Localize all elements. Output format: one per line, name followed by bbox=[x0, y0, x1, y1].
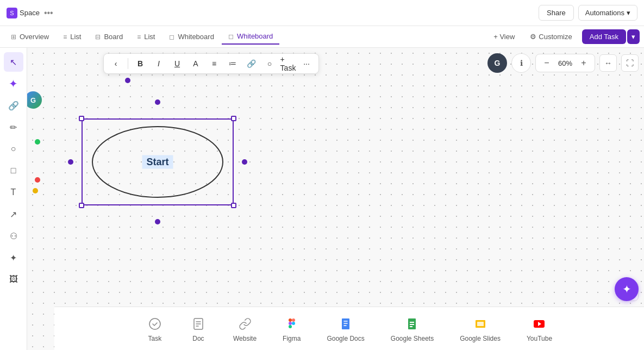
dock-google-slides[interactable]: Google Slides bbox=[453, 311, 507, 347]
tab-whiteboard-1[interactable]: ◻ Whiteboard bbox=[162, 29, 220, 44]
tool-graph[interactable]: ⚇ bbox=[4, 226, 23, 246]
main-area: ↖ ✦ 🔗 ✏ ○ □ T ↗ ⚇ ✦ 🖼 G ‹ B I U A ≡ ≔ 🔗 … bbox=[0, 48, 644, 350]
overview-icon: ⊞ bbox=[11, 33, 16, 41]
more-button[interactable]: ··· bbox=[299, 56, 314, 71]
dock-youtube[interactable]: YouTube bbox=[520, 311, 559, 347]
handle-top-right[interactable] bbox=[231, 116, 236, 121]
tab-list-1[interactable]: ≡ List bbox=[57, 29, 87, 44]
zoom-in-button[interactable]: + bbox=[577, 57, 590, 70]
tool-circle[interactable]: ○ bbox=[4, 139, 23, 159]
svg-rect-4 bbox=[292, 318, 295, 322]
nav-right: + View ⚙ Customize Add Task ▾ bbox=[488, 29, 640, 44]
handle-bottom-right[interactable] bbox=[231, 203, 236, 208]
svg-rect-5 bbox=[289, 322, 292, 325]
list-icon-2: ≡ bbox=[137, 33, 141, 41]
underline-button[interactable]: U bbox=[170, 56, 185, 71]
top-bar: S Space ••• Share Automations ▾ bbox=[0, 0, 644, 26]
dock-google-sheets[interactable]: Google Sheets bbox=[384, 311, 440, 347]
dock-figma[interactable]: Figma bbox=[276, 311, 307, 347]
shape-button[interactable]: ○ bbox=[262, 56, 277, 71]
font-button[interactable]: A bbox=[188, 56, 203, 71]
google-slides-icon bbox=[472, 315, 489, 333]
whiteboard-icon-2: ◻ bbox=[228, 33, 234, 40]
task-label: Task bbox=[148, 335, 162, 342]
canvas-area[interactable]: G ‹ B I U A ≡ ≔ 🔗 ○ + Task ··· G ℹ − 60%… bbox=[27, 48, 644, 350]
handle-dot-1 bbox=[125, 78, 130, 83]
tab-overview[interactable]: ⊞ Overview bbox=[4, 29, 55, 44]
doc-icon bbox=[190, 315, 207, 333]
tool-note[interactable]: □ bbox=[4, 161, 23, 180]
tab-board[interactable]: ⊟ Board bbox=[89, 29, 129, 44]
fullscreen-button[interactable]: ⛶ bbox=[621, 54, 639, 72]
svg-rect-3 bbox=[289, 318, 292, 322]
zoom-value: 60% bbox=[555, 59, 575, 67]
figma-label: Figma bbox=[283, 335, 301, 342]
space-menu-button[interactable]: ••• bbox=[44, 8, 53, 18]
chevron-down-icon: ▾ bbox=[627, 9, 630, 17]
tool-magic[interactable]: ✦ bbox=[4, 248, 23, 267]
tool-cursor[interactable]: ↖ bbox=[4, 52, 23, 72]
zoom-controls: − 60% + bbox=[535, 54, 595, 72]
avatar: G bbox=[27, 91, 42, 109]
youtube-label: YouTube bbox=[527, 335, 552, 342]
dock-task[interactable]: Task bbox=[140, 311, 170, 347]
dock-doc[interactable]: Doc bbox=[183, 311, 214, 347]
add-view-button[interactable]: + View bbox=[488, 29, 520, 44]
tool-ai[interactable]: ✦ bbox=[4, 74, 23, 93]
list-button[interactable]: ≔ bbox=[225, 56, 240, 71]
toolbar-chevron[interactable]: ‹ bbox=[108, 56, 123, 71]
link-button[interactable]: 🔗 bbox=[243, 56, 259, 71]
align-button[interactable]: ≡ bbox=[207, 56, 222, 71]
svg-rect-8 bbox=[342, 318, 349, 329]
canvas-controls: G ℹ − 60% + ↔ ⛶ bbox=[487, 53, 639, 73]
tool-text[interactable]: T bbox=[4, 183, 23, 202]
whiteboard-icon-1: ◻ bbox=[169, 33, 174, 41]
automations-button[interactable]: Automations ▾ bbox=[578, 5, 637, 21]
doc-label: Doc bbox=[192, 335, 204, 342]
figma-icon bbox=[283, 315, 301, 333]
task-icon bbox=[146, 315, 164, 333]
dock-google-docs[interactable]: Google Docs bbox=[320, 311, 371, 347]
tool-link[interactable]: 🔗 bbox=[4, 96, 23, 115]
bottom-dock: Task Doc bbox=[54, 307, 644, 350]
list-icon-1: ≡ bbox=[63, 33, 67, 41]
bold-button[interactable]: B bbox=[133, 56, 148, 71]
left-sidebar: ↖ ✦ 🔗 ✏ ○ □ T ↗ ⚇ ✦ 🖼 bbox=[0, 48, 27, 350]
info-button[interactable]: ℹ bbox=[511, 53, 531, 73]
zoom-out-button[interactable]: − bbox=[540, 57, 553, 70]
tab-whiteboard-2[interactable]: ◻ Whiteboard bbox=[222, 29, 279, 45]
handle-top-mid[interactable] bbox=[155, 99, 160, 105]
google-sheets-label: Google Sheets bbox=[391, 335, 434, 342]
handle-mid-left[interactable] bbox=[68, 159, 73, 165]
fab-button[interactable]: ✦ bbox=[615, 277, 639, 301]
shape-ellipse bbox=[82, 118, 234, 205]
handle-bottom-mid[interactable] bbox=[155, 219, 160, 224]
tool-pen[interactable]: ✏ bbox=[4, 117, 23, 137]
add-task-dropdown[interactable]: ▾ bbox=[627, 29, 640, 44]
selected-shape[interactable]: Start bbox=[82, 118, 234, 205]
user-avatar: G bbox=[487, 53, 507, 73]
fit-to-screen-button[interactable]: ↔ bbox=[599, 54, 617, 72]
add-task-button[interactable]: Add Task bbox=[582, 29, 626, 44]
italic-button[interactable]: I bbox=[151, 56, 166, 71]
handle-top-left[interactable] bbox=[79, 116, 84, 121]
space-icon: S bbox=[7, 8, 17, 18]
youtube-icon bbox=[530, 315, 548, 333]
customize-button[interactable]: ⚙ Customize bbox=[524, 29, 577, 44]
handle-dot-2 bbox=[35, 177, 40, 183]
website-icon bbox=[236, 315, 254, 333]
handle-mid-right[interactable] bbox=[242, 159, 247, 165]
google-slides-label: Google Slides bbox=[460, 335, 501, 342]
share-button[interactable]: Share bbox=[539, 5, 574, 21]
tool-arrow[interactable]: ↗ bbox=[4, 204, 23, 224]
google-sheets-icon bbox=[403, 315, 421, 333]
format-toolbar: ‹ B I U A ≡ ≔ 🔗 ○ + Task ··· bbox=[103, 53, 319, 74]
task-button[interactable]: + Task bbox=[280, 56, 296, 71]
dock-website[interactable]: Website bbox=[227, 311, 263, 347]
handle-bottom-left[interactable] bbox=[79, 203, 84, 208]
tool-image[interactable]: 🖼 bbox=[4, 270, 23, 289]
board-icon: ⊟ bbox=[95, 33, 101, 41]
tab-list-2[interactable]: ≡ List bbox=[130, 29, 161, 44]
top-bar-right: Share Automations ▾ bbox=[539, 5, 637, 21]
space-label[interactable]: S Space bbox=[7, 8, 40, 18]
